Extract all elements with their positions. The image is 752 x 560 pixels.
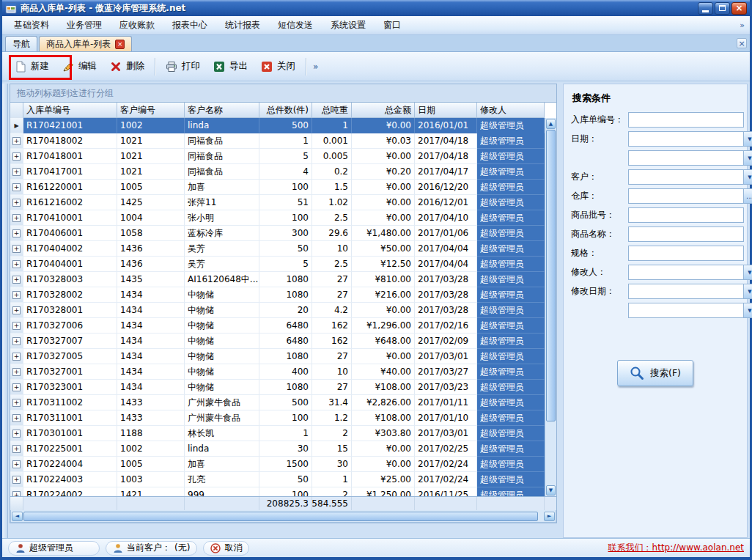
menu-item-6[interactable]: 系统设置 <box>322 15 375 35</box>
menu-item-2[interactable]: 应收账款 <box>111 15 163 35</box>
combo-dropdown-button[interactable]: ▼ <box>743 265 752 279</box>
expand-row-icon[interactable]: + <box>12 260 21 268</box>
toolbar-button-export[interactable]: 导出 <box>207 56 254 77</box>
toolbar-overflow-chevron-icon[interactable]: » <box>310 62 321 72</box>
column-header-4[interactable]: 总吨重 <box>312 103 352 118</box>
expand-row-icon[interactable]: + <box>12 337 21 345</box>
horizontal-scrollbar[interactable]: ◄ ► <box>10 510 556 523</box>
expand-row-icon[interactable]: + <box>12 476 21 484</box>
group-by-hint[interactable]: 拖动列标题到这进行分组 <box>10 84 557 102</box>
expand-row-icon[interactable]: + <box>12 137 21 145</box>
cancel-button[interactable]: 取消 <box>203 541 249 556</box>
table-row[interactable]: +R1703110011433广州蒙牛食品1001.2¥108.002017/0… <box>10 410 545 426</box>
table-row[interactable]: +R1702240031003孔亮501¥25.002017/02/24超级管理… <box>10 472 545 487</box>
close-tab-button[interactable]: × <box>737 38 747 48</box>
table-row[interactable]: +R1703270071434中物储6480162¥648.002017/02/… <box>10 334 545 349</box>
table-row[interactable]: +R1704040011436吴芳52.5¥12.502017/04/04超级管… <box>10 257 545 272</box>
vertical-scrollbar-track[interactable] <box>546 422 556 485</box>
toolbar-button-edit[interactable]: 编辑 <box>56 56 103 77</box>
column-header-3[interactable]: 总件数(件) <box>259 103 312 118</box>
combo-dropdown-button[interactable]: ▼ <box>743 284 752 298</box>
table-row[interactable]: +R1704040021436吴芳5010¥50.002017/04/04超级管… <box>10 241 545 257</box>
column-header-0[interactable]: 入库单编号 <box>23 103 117 118</box>
expand-row-icon[interactable]: + <box>12 199 21 207</box>
expand-row-icon[interactable]: + <box>12 214 21 222</box>
left-splitter[interactable] <box>2 84 8 538</box>
combo-dropdown-button[interactable]: ▼ <box>743 303 752 317</box>
table-row[interactable]: +R1702240041005加喜150030¥0.002017/02/24超级… <box>10 457 545 472</box>
expand-row-icon[interactable]: + <box>12 368 21 376</box>
vertical-scrollbar[interactable]: ▲ ▼ <box>545 118 556 496</box>
table-row[interactable]: +R1702250011002linda3015¥0.002017/02/25超… <box>10 441 545 457</box>
search-input-8[interactable] <box>629 265 743 279</box>
expand-row-icon[interactable]: + <box>12 430 21 438</box>
table-row[interactable]: +R1703010011188林长凯12¥303.802017/03/01超级管… <box>10 426 545 441</box>
tab-close-icon[interactable]: × <box>115 40 125 49</box>
vertical-scrollbar-thumb[interactable] <box>546 130 556 421</box>
toolbar-button-new[interactable]: 新建 <box>8 56 56 77</box>
search-button[interactable]: 搜索(F) <box>617 360 693 386</box>
column-header-2[interactable]: 客户名称 <box>185 103 259 118</box>
expand-row-icon[interactable]: + <box>12 168 21 176</box>
search-input-5[interactable] <box>629 208 743 222</box>
table-row[interactable]: +R1703280011434中物储204.2¥0.002017/03/28超级… <box>10 303 545 318</box>
close-button[interactable]: × <box>731 2 747 15</box>
tab-0[interactable]: 导航 <box>5 36 37 51</box>
table-row[interactable]: +R1703230011434中物储108027¥108.002017/03/2… <box>10 380 545 395</box>
toolbar-button-print[interactable]: 打印 <box>159 56 207 77</box>
expand-row-icon[interactable]: + <box>12 322 21 330</box>
browse-button[interactable]: … <box>743 189 752 203</box>
menu-overflow-chevron-icon[interactable]: » <box>740 21 747 30</box>
scroll-down-arrow-icon[interactable]: ▼ <box>546 485 556 495</box>
search-input-1[interactable] <box>629 132 743 146</box>
search-input-9[interactable] <box>629 284 743 298</box>
expand-row-icon[interactable]: + <box>12 414 21 422</box>
menu-item-3[interactable]: 报表中心 <box>163 15 216 35</box>
menu-item-7[interactable]: 窗口 <box>375 15 410 35</box>
expand-row-icon[interactable]: + <box>12 383 21 391</box>
menu-item-5[interactable]: 短信发送 <box>269 15 322 35</box>
table-row[interactable]: +R1704180011021同福食品50.005¥0.002017/04/18… <box>10 149 545 164</box>
expand-row-icon[interactable]: + <box>12 291 21 299</box>
expand-row-icon[interactable]: + <box>12 445 21 453</box>
table-row[interactable]: +R1703280021434中物储108027¥216.002017/03/2… <box>10 287 545 303</box>
table-row[interactable]: +R17022400214219991002¥1,250.002016/11/2… <box>10 487 545 496</box>
column-header-1[interactable]: 客户编号 <box>117 103 185 118</box>
search-input-6[interactable] <box>629 227 743 241</box>
menu-item-0[interactable]: 基础资料 <box>5 15 58 35</box>
table-row[interactable]: +R1704170011021同福食品40.2¥0.202017/04/17超级… <box>10 164 545 180</box>
expand-row-icon[interactable]: + <box>12 399 21 407</box>
table-row[interactable]: +R1703280031435AI16120648中...108027¥810.… <box>10 272 545 287</box>
table-row[interactable]: +R1704180021021同福食品10.001¥0.032017/04/18… <box>10 133 545 149</box>
expand-row-icon[interactable]: + <box>12 276 21 284</box>
combo-dropdown-button[interactable]: ▼ <box>743 132 752 146</box>
table-row[interactable]: +R1612160021425张萍11511.02¥0.002016/12/01… <box>10 195 545 210</box>
expand-row-icon[interactable]: + <box>12 229 21 237</box>
search-input-10[interactable] <box>629 303 743 317</box>
minimize-button[interactable] <box>698 2 713 15</box>
table-row[interactable]: +R1704060011058蓝标冷库30029.6¥1,480.002017/… <box>10 226 545 241</box>
column-header-7[interactable]: 修改人 <box>477 103 545 118</box>
table-row[interactable]: +R1704100011004张小明1002.5¥0.002017/04/10超… <box>10 210 545 226</box>
toolbar-button-delete[interactable]: 删除 <box>103 56 151 77</box>
menu-item-1[interactable]: 业务管理 <box>58 15 111 35</box>
contact-link[interactable]: 联系我们：http://www.aolan.net <box>608 542 744 554</box>
menu-item-4[interactable]: 统计报表 <box>216 15 269 35</box>
expand-row-icon[interactable]: + <box>12 306 21 314</box>
column-header-5[interactable]: 总金额 <box>352 103 415 118</box>
search-input-0[interactable] <box>629 113 743 127</box>
combo-dropdown-button[interactable]: ▼ <box>743 170 752 184</box>
table-row[interactable]: +R1703110021433广州蒙牛食品50031.4¥2,826.00201… <box>10 395 545 410</box>
tab-1[interactable]: 商品入库单-列表× <box>39 36 132 51</box>
table-row[interactable]: +R1703270011434中物储40010¥40.002017/03/27超… <box>10 364 545 380</box>
horizontal-scrollbar-thumb[interactable] <box>23 512 538 521</box>
expand-row-icon[interactable]: + <box>12 245 21 253</box>
toolbar-button-close[interactable]: 关闭 <box>254 56 302 77</box>
expand-row-icon[interactable]: + <box>12 152 21 161</box>
column-header-6[interactable]: 日期 <box>415 103 477 118</box>
search-input-3[interactable] <box>629 170 743 184</box>
scroll-right-arrow-icon[interactable]: ► <box>544 512 555 521</box>
table-row[interactable]: +R1612200011005加喜1001.5¥0.002016/12/20超级… <box>10 180 545 195</box>
table-row[interactable]: ▶R1704210011002linda5001¥0.002016/01/01超… <box>10 118 545 133</box>
search-input-7[interactable] <box>629 246 743 260</box>
